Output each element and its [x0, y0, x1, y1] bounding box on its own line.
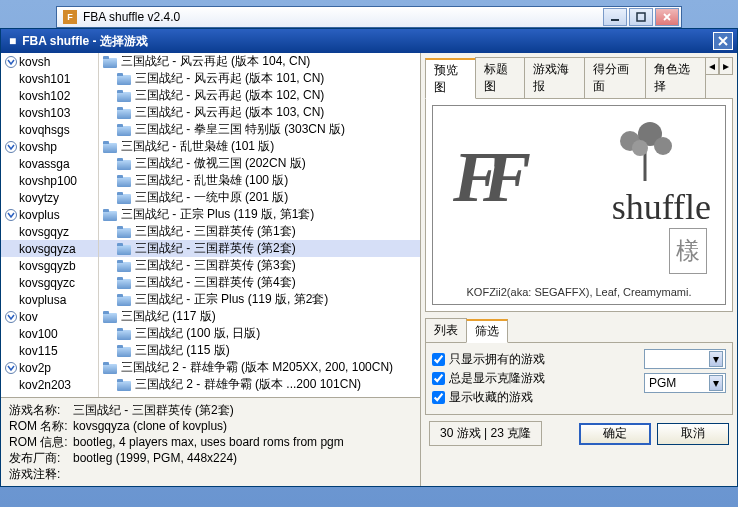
- tab-scroll-right[interactable]: ▸: [719, 57, 733, 75]
- expand-icon[interactable]: [5, 362, 17, 374]
- logo-shuffle-text: shuffle: [612, 186, 711, 228]
- svg-point-4: [654, 137, 672, 155]
- preview-tab[interactable]: 角色选择: [645, 57, 706, 98]
- tab-scroll-left[interactable]: ◂: [705, 57, 719, 75]
- tree-row[interactable]: 三国战纪 - 风云再起 (版本 101, CN): [99, 70, 420, 87]
- tree-label: kov2n203: [19, 378, 71, 392]
- tree-row[interactable]: kov2n203: [1, 376, 98, 393]
- tree-row[interactable]: 三国战纪 2 - 群雄争霸 (版本 ...200 101CN): [99, 376, 420, 393]
- tree-row[interactable]: 三国战纪 - 三国群英传 (第2套): [99, 240, 420, 257]
- tree-row[interactable]: kov115: [1, 342, 98, 359]
- tree-row[interactable]: 三国战纪 (117 版): [99, 308, 420, 325]
- filter-check-label: 总是显示克隆游戏: [449, 370, 545, 387]
- tree-row[interactable]: 三国战纪 - 三国群英传 (第4套): [99, 274, 420, 291]
- tree-row[interactable]: kovsh: [1, 53, 98, 70]
- tree-label: kovplusa: [19, 293, 66, 307]
- folder-icon: [117, 226, 131, 238]
- tree-row[interactable]: kovsgqyz: [1, 223, 98, 240]
- info-value: bootleg, 4 players max, uses board roms …: [73, 434, 412, 450]
- tree-row[interactable]: kovytzy: [1, 189, 98, 206]
- ok-button[interactable]: 确定: [579, 423, 651, 445]
- info-value: 三国战纪 - 三国群英传 (第2套): [73, 402, 412, 418]
- filter-checkbox[interactable]: [432, 353, 445, 366]
- filter-combo[interactable]: PGM▾: [644, 373, 726, 393]
- filter-checkbox[interactable]: [432, 391, 445, 404]
- filter-tab[interactable]: 筛选: [466, 319, 508, 343]
- filter-check-row: 只显示拥有的游戏: [432, 351, 628, 368]
- preview-tab[interactable]: 游戏海报: [524, 57, 585, 98]
- tree-row[interactable]: 三国战纪 2 - 群雄争霸 (版本 M205XX, 200, 100CN): [99, 359, 420, 376]
- tree-row[interactable]: kovshp: [1, 138, 98, 155]
- info-row: ROM 名称:kovsgqyza (clone of kovplus): [9, 418, 412, 434]
- tree-row[interactable]: 三国战纪 - 傲视三国 (202CN 版): [99, 155, 420, 172]
- tree-label: kovplus: [19, 208, 60, 222]
- folder-icon: [117, 243, 131, 255]
- tree-row[interactable]: kovqhsgs: [1, 121, 98, 138]
- tree-row[interactable]: kov: [1, 308, 98, 325]
- expand-icon[interactable]: [5, 56, 17, 68]
- tree-row[interactable]: kovsh102: [1, 87, 98, 104]
- tree-row[interactable]: 三国战纪 - 风云再起 (版本 103, CN): [99, 104, 420, 121]
- rom-title-tree[interactable]: 三国战纪 - 风云再起 (版本 104, CN)三国战纪 - 风云再起 (版本 …: [99, 53, 420, 397]
- expand-icon[interactable]: [5, 311, 17, 323]
- maximize-button[interactable]: [629, 8, 653, 26]
- tree-row[interactable]: kovplus: [1, 206, 98, 223]
- tree-row[interactable]: 三国战纪 - 一统中原 (201 版): [99, 189, 420, 206]
- tree-label: kov115: [19, 344, 58, 358]
- filter-tab[interactable]: 列表: [425, 318, 467, 342]
- preview-tab[interactable]: 得分画面: [584, 57, 645, 98]
- tree-row[interactable]: kov100: [1, 325, 98, 342]
- tree-label: 三国战纪 (115 版): [135, 342, 230, 359]
- tree-row[interactable]: 三国战纪 - 乱世枭雄 (101 版): [99, 138, 420, 155]
- tree-row[interactable]: kovsgqyzb: [1, 257, 98, 274]
- tree-row[interactable]: 三国战纪 - 正宗 Plus (119 版, 第1套): [99, 206, 420, 223]
- filter-section: 列表筛选 只显示拥有的游戏总是显示克隆游戏显示收藏的游戏 ▾PGM▾: [425, 318, 733, 415]
- tree-row[interactable]: 三国战纪 (115 版): [99, 342, 420, 359]
- tree-row[interactable]: kov2p: [1, 359, 98, 376]
- chevron-down-icon[interactable]: ▾: [709, 375, 723, 391]
- preview-tabs: 预览图标题图游戏海报得分画面角色选择 ◂ ▸: [425, 57, 733, 99]
- minimize-button[interactable]: [603, 8, 627, 26]
- rom-name-tree[interactable]: kovshkovsh101kovsh102kovsh103kovqhsgskov…: [1, 53, 99, 397]
- game-select-dialog: ■ FBA shuffle - 选择游戏 kovshkovsh101kovsh1…: [0, 28, 738, 487]
- tree-row[interactable]: kovsh103: [1, 104, 98, 121]
- tree-label: kovsh101: [19, 72, 70, 86]
- rom-info-panel: 游戏名称:三国战纪 - 三国群英传 (第2套)ROM 名称:kovsgqyza …: [1, 398, 420, 486]
- close-button[interactable]: [655, 8, 679, 26]
- tree-row[interactable]: kovsgqyza: [1, 240, 98, 257]
- chevron-down-icon[interactable]: ▾: [709, 351, 723, 367]
- tree-label: 三国战纪 - 风云再起 (版本 101, CN): [135, 70, 324, 87]
- tree-row[interactable]: kovsh101: [1, 70, 98, 87]
- tree-row[interactable]: 三国战纪 - 三国群英传 (第3套): [99, 257, 420, 274]
- tree-row[interactable]: kovplusa: [1, 291, 98, 308]
- tree-row[interactable]: 三国战纪 - 正宗 Plus (119 版, 第2套): [99, 291, 420, 308]
- tree-row[interactable]: kovshp100: [1, 172, 98, 189]
- preview-tab[interactable]: 标题图: [475, 57, 526, 98]
- folder-icon: [117, 124, 131, 136]
- expand-icon[interactable]: [5, 141, 17, 153]
- folder-icon: [117, 73, 131, 85]
- tree-row[interactable]: 三国战纪 - 拳皇三国 特别版 (303CN 版): [99, 121, 420, 138]
- app-title: FBA shuffle v2.4.0: [83, 10, 601, 24]
- dialog-close-button[interactable]: [713, 32, 733, 50]
- tree-row[interactable]: kovassga: [1, 155, 98, 172]
- preview-tab[interactable]: 预览图: [425, 58, 476, 99]
- cancel-button[interactable]: 取消: [657, 423, 729, 445]
- app-icon: F: [63, 10, 77, 24]
- folder-icon: [117, 192, 131, 204]
- filter-checkbox[interactable]: [432, 372, 445, 385]
- tree-row[interactable]: 三国战纪 - 风云再起 (版本 104, CN): [99, 53, 420, 70]
- tree-row[interactable]: 三国战纪 - 三国群英传 (第1套): [99, 223, 420, 240]
- logo-ff: FF: [453, 136, 513, 219]
- tree-row[interactable]: 三国战纪 - 风云再起 (版本 102, CN): [99, 87, 420, 104]
- tree-label: kov100: [19, 327, 58, 341]
- filter-combo[interactable]: ▾: [644, 349, 726, 369]
- tree-row[interactable]: 三国战纪 (100 版, 日版): [99, 325, 420, 342]
- tree-row[interactable]: 三国战纪 - 乱世枭雄 (100 版): [99, 172, 420, 189]
- filter-check-row: 显示收藏的游戏: [432, 389, 628, 406]
- tree-row[interactable]: kovsgqyzc: [1, 274, 98, 291]
- tree-label: kovytzy: [19, 191, 59, 205]
- tree-label: 三国战纪 - 一统中原 (201 版): [135, 189, 288, 206]
- expand-icon[interactable]: [5, 209, 17, 221]
- folder-icon: [117, 328, 131, 340]
